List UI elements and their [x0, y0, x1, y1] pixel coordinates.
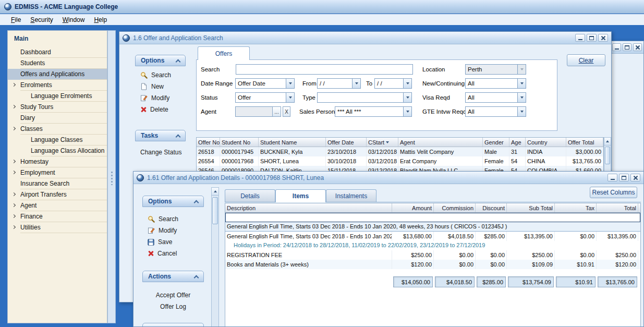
column-header[interactable]: Gender [483, 138, 509, 147]
reset-columns-button[interactable]: Reset Columns [590, 187, 637, 198]
tab-instalments[interactable]: Instalments [326, 189, 376, 202]
scroll-thumb[interactable] [212, 197, 218, 224]
background-window[interactable] [611, 41, 644, 172]
menu-help[interactable]: Help [89, 15, 112, 25]
sidebar-item-finance[interactable]: Finance [8, 211, 107, 222]
column-header[interactable]: Agent [398, 138, 483, 147]
column-header[interactable]: Offer Date [326, 138, 367, 147]
sidebar-item-enrolments[interactable]: Enrolments [8, 80, 107, 91]
bottom-panel-header[interactable] [142, 323, 204, 327]
agent-browse-button[interactable]: ... [272, 106, 281, 117]
from-date-input[interactable]: / / [317, 78, 361, 89]
column-header[interactable]: Student No [220, 138, 259, 147]
side-panel-scrollbar[interactable] [211, 187, 219, 327]
actions-panel-header[interactable]: Actions [142, 271, 204, 282]
sidebar-item-offers-and-applications[interactable]: Offers and Applications [8, 69, 107, 80]
modify-action[interactable]: Modify [142, 225, 204, 236]
change-status-action[interactable]: Change Status [135, 147, 186, 158]
tab-details[interactable]: Details [225, 189, 275, 202]
new-continuing-dropdown[interactable]: All [465, 78, 526, 89]
date-range-dropdown[interactable]: Offer Date [235, 78, 295, 89]
maximize-button[interactable] [587, 34, 597, 42]
table-row[interactable]: 26518 0000017945 BUCKNER, Kyla 23/10/201… [197, 147, 603, 156]
offer-log-action[interactable]: Offer Log [142, 301, 204, 312]
gte-intvw-reqd-dropdown[interactable]: All [465, 106, 526, 117]
background-window-titlebar[interactable] [612, 41, 643, 54]
column-header[interactable]: Country [526, 138, 566, 147]
sidebar-item-language-class-allocation[interactable]: Language Class Allocation [8, 146, 107, 156]
sidebar-item-agent[interactable]: Agent [8, 200, 107, 211]
scroll-up-button[interactable] [212, 188, 218, 196]
sidebar-item-airport-transfers[interactable]: Airport Transfers [8, 189, 107, 200]
app-titlebar[interactable]: EDMISS - ACME Language College [0, 0, 644, 14]
table-row[interactable]: 26554 0000017968 SHORT, Lunea 30/10/2018… [197, 156, 603, 166]
options-panel-header[interactable]: Options [142, 196, 204, 207]
scroll-thumb[interactable] [605, 147, 610, 164]
search-input[interactable] [236, 64, 413, 75]
agent-input[interactable] [235, 106, 273, 117]
sidebar-item-classes[interactable]: Classes [8, 124, 107, 135]
clear-button[interactable]: Clear [567, 54, 605, 66]
location-dropdown[interactable]: Perth [465, 64, 526, 75]
sales-person-dropdown[interactable]: *** All *** [335, 106, 412, 117]
column-header[interactable]: Sub Total [507, 203, 555, 212]
column-header[interactable]: Total [597, 203, 638, 212]
group-header-row[interactable]: General English Full Time, Starts 03 Dec… [225, 222, 640, 232]
close-button[interactable] [598, 34, 608, 42]
tasks-panel-header[interactable]: Tasks [135, 130, 186, 141]
maximize-button[interactable] [619, 174, 629, 181]
column-header[interactable]: Description [225, 203, 392, 212]
menu-file[interactable]: File [6, 15, 26, 25]
menu-window[interactable]: Window [58, 15, 90, 25]
tab-offers[interactable]: Offers [198, 46, 250, 60]
column-header[interactable]: Discount [476, 203, 507, 212]
sidebar-item-utilities[interactable]: Utilities [8, 222, 107, 233]
column-header[interactable]: Tax [555, 203, 597, 212]
menu-security[interactable]: Security [26, 15, 57, 25]
status-dropdown[interactable]: Offer [235, 92, 295, 103]
close-button[interactable] [630, 174, 640, 181]
column-header[interactable]: Amount [392, 203, 434, 212]
sidebar-item-language-classes[interactable]: Language Classes [8, 135, 107, 146]
type-dropdown[interactable] [317, 92, 412, 103]
minimize-button[interactable] [575, 34, 585, 42]
sidebar-item-insurance-search[interactable]: Insurance Search [8, 178, 107, 189]
sidebar-item-students[interactable]: Students [8, 58, 107, 69]
maximize-button[interactable] [623, 43, 631, 51]
sidebar-item-diary[interactable]: Diary [8, 113, 107, 124]
accept-offer-action[interactable]: Accept Offer [142, 289, 204, 301]
column-header[interactable]: CStart [367, 138, 398, 147]
modify-action[interactable]: Modify [135, 92, 186, 104]
cancel-action[interactable]: Cancel [142, 248, 204, 259]
column-header[interactable]: Offer No [197, 138, 220, 147]
sidebar-item-employment[interactable]: Employment [8, 167, 107, 178]
visa-reqd-dropdown[interactable]: All [465, 92, 526, 103]
table-row[interactable]: Books and Materials (3+ weeks) $120.00 $… [225, 260, 640, 269]
new-item-row[interactable] [225, 213, 640, 222]
column-header[interactable]: Offer Total [566, 138, 603, 147]
table-row[interactable]: REGISTRATION FEE $250.00 $0.00 $0.00 $25… [225, 250, 640, 260]
sidebar-item-homestay[interactable]: Homestay [8, 156, 107, 167]
scroll-up-button[interactable] [604, 138, 611, 146]
column-header[interactable]: Student Name [259, 138, 326, 147]
sidebar-item-language-enrolments[interactable]: Language Enrolments [8, 91, 107, 102]
sidebar-item-dashboard[interactable]: Dashboard [8, 47, 107, 58]
new-action[interactable]: New [135, 81, 186, 92]
search-action[interactable]: Search [142, 213, 204, 225]
offer-details-titlebar[interactable]: 1.61 Offer and Application Details - 000… [133, 172, 643, 184]
table-row[interactable]: General English Full Time, Starts 03 Dec… [225, 232, 640, 241]
sidebar-splitter[interactable] [107, 30, 116, 323]
options-panel-header[interactable]: Options [135, 55, 186, 66]
to-date-input[interactable]: / / [374, 78, 412, 89]
column-header[interactable]: Age [509, 138, 526, 147]
agent-clear-button[interactable]: X [283, 106, 290, 117]
sidebar-item-study-tours[interactable]: Study Tours [8, 102, 107, 113]
column-header[interactable]: Commission [434, 203, 476, 212]
tab-items[interactable]: Items [275, 189, 326, 202]
save-action[interactable]: Save [142, 236, 204, 248]
delete-action[interactable]: Delete [135, 104, 186, 115]
minimize-button[interactable] [612, 43, 621, 51]
search-action[interactable]: Search [135, 69, 186, 81]
offer-search-titlebar[interactable]: 1.6 Offer and Application Search [119, 32, 611, 44]
minimize-button[interactable] [607, 174, 617, 181]
